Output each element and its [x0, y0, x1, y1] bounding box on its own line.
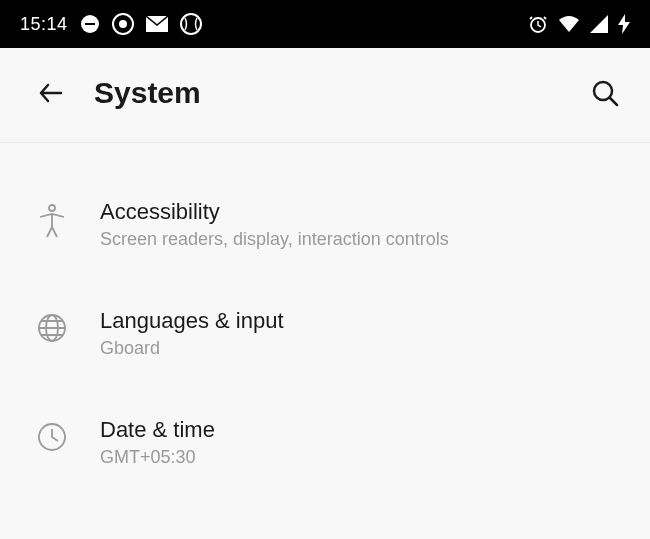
- item-text: Accessibility Screen readers, display, i…: [100, 199, 620, 250]
- globe-icon: [30, 308, 100, 344]
- svg-point-8: [49, 205, 55, 211]
- status-bar: 15:14: [0, 0, 650, 48]
- cellular-icon: [590, 15, 608, 33]
- notification-icon: [80, 14, 100, 34]
- status-right: [528, 14, 630, 34]
- header: System: [0, 48, 650, 143]
- search-button[interactable]: [590, 78, 620, 108]
- item-title: Date & time: [100, 417, 620, 443]
- settings-item-languages[interactable]: Languages & input Gboard: [0, 290, 650, 377]
- item-subtitle: Gboard: [100, 338, 620, 359]
- settings-list: Accessibility Screen readers, display, i…: [0, 143, 650, 486]
- alarm-icon: [528, 14, 548, 34]
- svg-point-5: [181, 14, 201, 34]
- back-button[interactable]: [36, 78, 66, 108]
- clock-icon: [30, 417, 100, 453]
- item-text: Languages & input Gboard: [100, 308, 620, 359]
- item-title: Languages & input: [100, 308, 620, 334]
- accessibility-icon: [30, 199, 100, 239]
- settings-item-datetime[interactable]: Date & time GMT+05:30: [0, 399, 650, 486]
- svg-point-3: [119, 20, 127, 28]
- status-left: 15:14: [20, 13, 202, 35]
- item-title: Accessibility: [100, 199, 620, 225]
- wifi-icon: [558, 15, 580, 33]
- status-time: 15:14: [20, 14, 68, 35]
- item-subtitle: Screen readers, display, interaction con…: [100, 229, 620, 250]
- item-subtitle: GMT+05:30: [100, 447, 620, 468]
- svg-rect-1: [85, 23, 95, 25]
- item-text: Date & time GMT+05:30: [100, 417, 620, 468]
- mail-icon: [146, 16, 168, 32]
- app-circle-icon: [112, 13, 134, 35]
- globe-icon: [180, 13, 202, 35]
- settings-item-accessibility[interactable]: Accessibility Screen readers, display, i…: [0, 181, 650, 268]
- charging-icon: [618, 14, 630, 34]
- page-title: System: [94, 76, 590, 110]
